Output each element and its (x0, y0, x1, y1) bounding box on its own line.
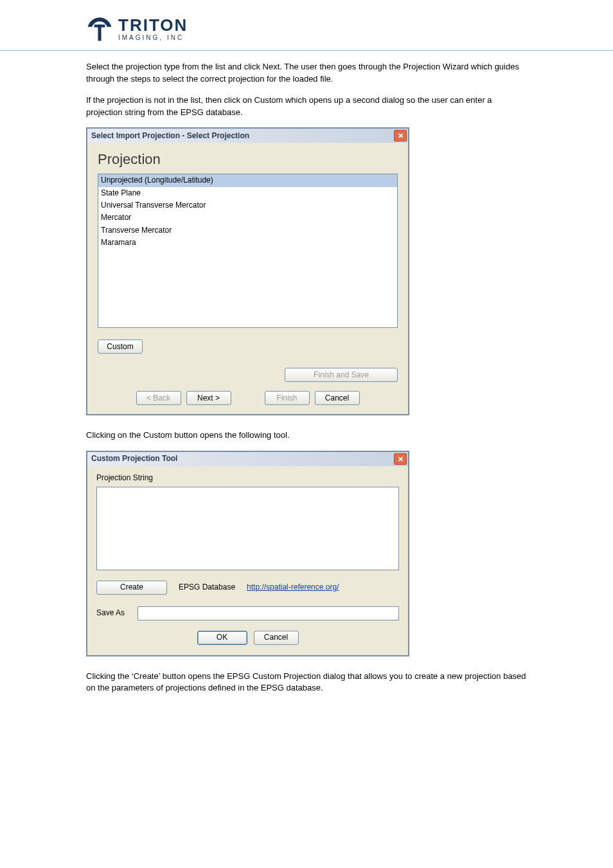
close-icon[interactable]: ✕ (394, 453, 407, 465)
custom-button[interactable]: Custom (98, 339, 143, 354)
intro-paragraph-1: Select the projection type from the list… (86, 61, 527, 86)
brand-text: TRITON IMAGING, INC (118, 17, 188, 41)
finish-button[interactable]: Finish (265, 391, 310, 405)
ok-button[interactable]: OK (197, 631, 247, 645)
select-projection-dialog: Select Import Projection - Select Projec… (86, 127, 409, 415)
list-item[interactable]: Universal Transverse Mercator (98, 199, 397, 212)
dialog-title: Custom Projection Tool (91, 453, 177, 464)
list-item[interactable]: Unprojected (Longitude/Latitude) (98, 174, 397, 186)
projection-listbox[interactable]: Unprojected (Longitude/Latitude) State P… (98, 174, 398, 328)
header-divider (0, 50, 613, 51)
dialog-titlebar[interactable]: Custom Projection Tool ✕ (87, 452, 408, 466)
list-item[interactable]: Mercator (98, 212, 397, 224)
close-icon[interactable]: ✕ (394, 130, 407, 141)
epsg-database-label: EPSG Database (179, 582, 235, 593)
intro-paragraph-2: If the projection is not in the list, th… (86, 95, 527, 119)
cancel-button[interactable]: Cancel (254, 631, 299, 645)
page-header: TRITON IMAGING, INC (0, 15, 613, 48)
triton-logo-icon (86, 15, 113, 42)
intro-text: Select the projection type from the list… (0, 61, 613, 656)
cancel-button[interactable]: Cancel (315, 391, 360, 405)
brand-logo: TRITON IMAGING, INC (86, 15, 613, 42)
dialog-titlebar[interactable]: Select Import Projection - Select Projec… (87, 129, 408, 143)
projection-heading: Projection (98, 149, 400, 170)
finish-and-save-button[interactable]: Finish and Save (285, 368, 398, 382)
list-item[interactable]: State Plane (98, 187, 397, 199)
back-button[interactable]: < Back (136, 391, 181, 405)
brand-name: TRITON (118, 17, 188, 33)
list-item[interactable]: Maramara (98, 237, 397, 249)
projection-string-input[interactable] (96, 487, 399, 570)
next-button[interactable]: Next > (186, 391, 231, 405)
save-as-input[interactable] (138, 606, 399, 620)
mid-paragraph: Clicking on the Custom button opens the … (86, 429, 527, 442)
svg-rect-1 (94, 24, 105, 27)
projection-string-label: Projection String (96, 473, 400, 484)
list-item[interactable]: Transverse Mercator (98, 224, 397, 237)
epsg-link[interactable]: http://spatial-reference.org/ (247, 582, 339, 593)
create-button[interactable]: Create (96, 581, 167, 595)
outro-text: Clicking the ‘Create’ button opens the E… (0, 671, 613, 695)
custom-projection-dialog: Custom Projection Tool ✕ Projection Stri… (86, 451, 409, 656)
outro-paragraph: Clicking the ‘Create’ button opens the E… (86, 671, 527, 695)
brand-tagline: IMAGING, INC (118, 35, 188, 41)
save-as-label: Save As (96, 608, 131, 619)
dialog-title: Select Import Projection - Select Projec… (91, 131, 249, 141)
